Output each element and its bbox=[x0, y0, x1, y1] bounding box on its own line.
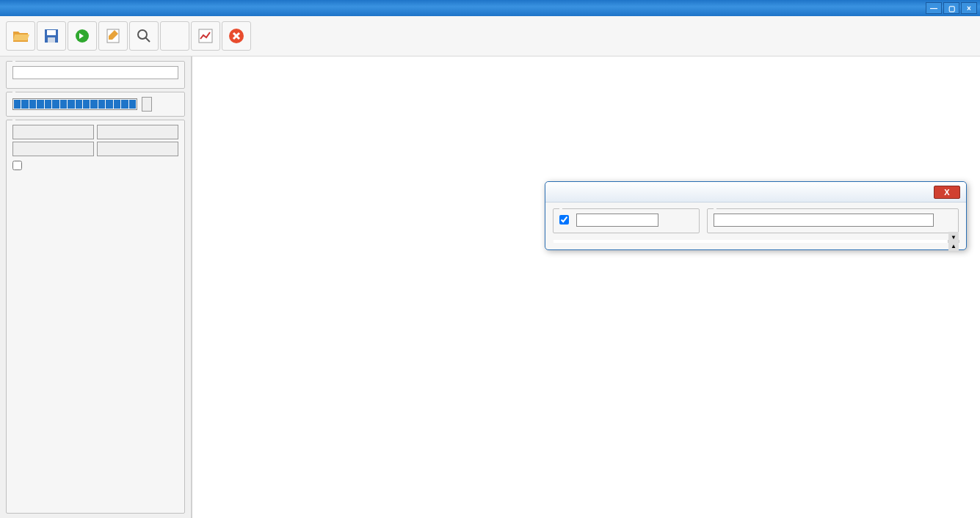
hex-grid[interactable]: ▲▼ bbox=[553, 239, 959, 244]
save-button[interactable] bbox=[37, 21, 66, 51]
notes-button[interactable] bbox=[98, 21, 128, 51]
elementary-stream-checkbox[interactable] bbox=[12, 161, 22, 170]
packet-list-panel: X ▲▼ bbox=[191, 56, 980, 518]
stop-parsing-button[interactable] bbox=[142, 97, 152, 112]
hex-view-button[interactable] bbox=[160, 21, 189, 51]
hex-scrollbar[interactable]: ▲▼ bbox=[948, 240, 959, 243]
scroll-up-icon[interactable]: ▲ bbox=[948, 241, 959, 251]
hex-checkbox-option[interactable] bbox=[559, 215, 572, 226]
stop-button[interactable] bbox=[222, 21, 251, 51]
open-file-button[interactable] bbox=[6, 21, 35, 51]
hex-checkbox[interactable] bbox=[559, 215, 569, 225]
showpackets-group bbox=[6, 120, 185, 514]
streaminfo-group bbox=[6, 61, 185, 89]
toolbar bbox=[0, 16, 980, 56]
close-button[interactable]: × bbox=[961, 2, 977, 14]
parsing-group bbox=[6, 92, 185, 117]
refresh-button[interactable] bbox=[68, 21, 97, 51]
chart-button[interactable] bbox=[191, 21, 220, 51]
hide-all-button[interactable] bbox=[12, 142, 94, 156]
search-button[interactable] bbox=[129, 21, 159, 51]
hex-viewer-dialog: X ▲▼ bbox=[545, 181, 967, 250]
scroll-down-icon[interactable]: ▼ bbox=[948, 232, 959, 242]
minimize-button[interactable]: — bbox=[926, 2, 942, 14]
open-all-button[interactable] bbox=[97, 125, 178, 139]
left-panel bbox=[0, 56, 191, 518]
dialog-titlebar[interactable]: X bbox=[545, 182, 966, 203]
maximize-button[interactable]: ▢ bbox=[943, 2, 959, 14]
close-all-button[interactable] bbox=[97, 142, 178, 156]
show-all-button[interactable] bbox=[12, 125, 94, 139]
titlebar: — ▢ × bbox=[0, 0, 980, 16]
progress-bar bbox=[12, 98, 137, 110]
stream-path-field[interactable] bbox=[12, 66, 178, 79]
svg-rect-2 bbox=[48, 37, 55, 43]
svg-rect-1 bbox=[47, 30, 56, 35]
dialog-close-button[interactable]: X bbox=[934, 186, 960, 199]
elementary-stream-option[interactable] bbox=[12, 163, 25, 172]
navigate-input[interactable] bbox=[576, 214, 658, 227]
find-input[interactable] bbox=[714, 214, 934, 227]
